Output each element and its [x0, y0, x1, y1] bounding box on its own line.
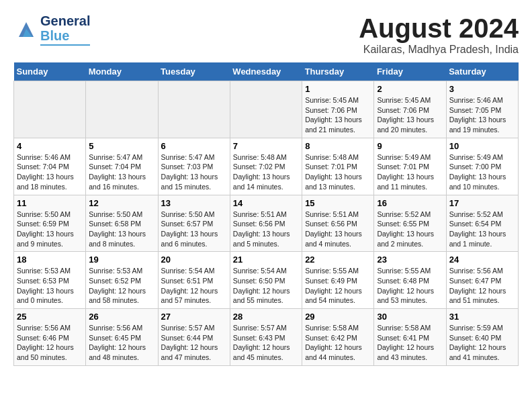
- day-info-line: Sunset: 6:48 PM: [377, 276, 443, 286]
- calendar-cell: 30Sunrise: 5:58 AMSunset: 6:41 PMDayligh…: [374, 309, 446, 366]
- day-info-line: Sunset: 6:40 PM: [449, 333, 515, 343]
- day-info-line: Sunset: 6:59 PM: [17, 219, 83, 229]
- day-number: 8: [305, 141, 371, 151]
- day-info-line: Sunset: 6:54 PM: [449, 219, 515, 229]
- weekday-header-tuesday: Tuesday: [158, 62, 230, 81]
- calendar-cell: [158, 81, 230, 138]
- day-info-line: and 6 minutes.: [161, 239, 227, 249]
- calendar-week-1: 1Sunrise: 5:45 AMSunset: 7:06 PMDaylight…: [14, 81, 519, 138]
- day-info-line: Sunrise: 5:53 AM: [89, 266, 154, 276]
- day-info-line: Sunrise: 5:57 AM: [233, 323, 299, 333]
- day-info-line: Sunrise: 5:59 AM: [449, 323, 515, 333]
- day-info-line: Sunrise: 5:52 AM: [377, 210, 443, 220]
- calendar-cell: 4Sunrise: 5:46 AMSunset: 7:04 PMDaylight…: [14, 138, 86, 195]
- day-info-line: Sunrise: 5:51 AM: [233, 210, 299, 220]
- day-info-line: Sunset: 6:47 PM: [449, 276, 515, 286]
- calendar-cell: 20Sunrise: 5:54 AMSunset: 6:51 PMDayligh…: [158, 252, 230, 309]
- day-info-line: and 14 minutes.: [233, 182, 299, 192]
- day-info-line: and 41 minutes.: [449, 353, 515, 363]
- day-info-line: Sunrise: 5:54 AM: [233, 266, 299, 276]
- weekday-header-friday: Friday: [374, 62, 446, 81]
- day-info-line: Sunrise: 5:49 AM: [377, 152, 443, 163]
- day-number: 13: [161, 198, 227, 208]
- day-info-line: Sunrise: 5:57 AM: [161, 323, 227, 333]
- calendar-cell: 8Sunrise: 5:48 AMSunset: 7:01 PMDaylight…: [302, 138, 374, 195]
- day-info-line: Sunset: 7:02 PM: [233, 162, 299, 172]
- day-info-line: Daylight: 13 hours: [233, 172, 299, 182]
- day-info-line: Daylight: 13 hours: [377, 115, 443, 125]
- weekday-header-monday: Monday: [86, 62, 158, 81]
- day-info-line: Sunset: 6:43 PM: [233, 333, 299, 343]
- day-number: 1: [305, 84, 371, 94]
- day-info-line: and 48 minutes.: [89, 353, 154, 363]
- day-info-line: and 45 minutes.: [233, 353, 299, 363]
- day-number: 19: [89, 255, 154, 265]
- calendar-table: SundayMondayTuesdayWednesdayThursdayFrid…: [13, 62, 519, 366]
- day-info-line: Sunset: 6:45 PM: [89, 333, 154, 343]
- day-info-line: and 43 minutes.: [377, 353, 443, 363]
- calendar-body: 1Sunrise: 5:45 AMSunset: 7:06 PMDaylight…: [14, 81, 519, 366]
- day-info-line: Sunset: 6:44 PM: [161, 333, 227, 343]
- day-info-line: Sunset: 6:55 PM: [377, 219, 443, 229]
- logo-text-general: General: [40, 13, 90, 28]
- day-info-line: Sunrise: 5:56 AM: [449, 266, 515, 276]
- calendar-cell: 31Sunrise: 5:59 AMSunset: 6:40 PMDayligh…: [446, 309, 518, 366]
- day-info-line: and 4 minutes.: [305, 239, 371, 249]
- calendar-week-5: 25Sunrise: 5:56 AMSunset: 6:46 PMDayligh…: [14, 309, 519, 366]
- day-info-line: Sunrise: 5:54 AM: [161, 266, 227, 276]
- day-number: 30: [377, 312, 443, 322]
- day-info-line: Daylight: 13 hours: [17, 172, 83, 182]
- day-info-line: Daylight: 12 hours: [17, 342, 83, 353]
- calendar-cell: [14, 81, 86, 138]
- calendar-cell: 19Sunrise: 5:53 AMSunset: 6:52 PMDayligh…: [86, 252, 158, 309]
- logo: General Blue: [13, 13, 90, 46]
- day-info-line: and 19 minutes.: [449, 125, 515, 135]
- day-info-line: Sunset: 6:41 PM: [377, 333, 443, 343]
- day-info-line: Sunrise: 5:50 AM: [161, 210, 227, 220]
- day-info-line: and 16 minutes.: [89, 182, 154, 192]
- calendar-cell: 23Sunrise: 5:55 AMSunset: 6:48 PMDayligh…: [374, 252, 446, 309]
- day-info-line: Sunrise: 5:50 AM: [89, 210, 154, 220]
- calendar-cell: 24Sunrise: 5:56 AMSunset: 6:47 PMDayligh…: [446, 252, 518, 309]
- day-number: 18: [17, 255, 83, 265]
- page-header: General Blue August 2024 Kailaras, Madhy…: [13, 13, 519, 56]
- day-number: 28: [233, 312, 299, 322]
- day-info-line: Sunset: 7:04 PM: [89, 162, 154, 172]
- calendar-cell: 16Sunrise: 5:52 AMSunset: 6:55 PMDayligh…: [374, 195, 446, 252]
- day-info-line: Daylight: 13 hours: [377, 229, 443, 239]
- month-title: August 2024: [359, 13, 519, 44]
- calendar-cell: 3Sunrise: 5:46 AMSunset: 7:05 PMDaylight…: [446, 81, 518, 138]
- day-info-line: Daylight: 13 hours: [161, 172, 227, 182]
- calendar-week-3: 11Sunrise: 5:50 AMSunset: 6:59 PMDayligh…: [14, 195, 519, 252]
- day-info-line: Sunset: 7:06 PM: [377, 105, 443, 116]
- day-info-line: Sunset: 6:42 PM: [305, 333, 371, 343]
- day-info-line: Sunrise: 5:53 AM: [17, 266, 83, 276]
- day-number: 10: [449, 141, 515, 151]
- day-info-line: and 20 minutes.: [377, 125, 443, 135]
- calendar-cell: 25Sunrise: 5:56 AMSunset: 6:46 PMDayligh…: [14, 309, 86, 366]
- day-info-line: Sunset: 6:51 PM: [161, 276, 227, 286]
- calendar-cell: 14Sunrise: 5:51 AMSunset: 6:56 PMDayligh…: [230, 195, 302, 252]
- day-info-line: and 44 minutes.: [305, 353, 371, 363]
- day-info-line: Daylight: 13 hours: [89, 229, 154, 239]
- calendar-header: SundayMondayTuesdayWednesdayThursdayFrid…: [14, 62, 519, 81]
- day-info-line: Daylight: 13 hours: [449, 229, 515, 239]
- calendar-cell: 2Sunrise: 5:45 AMSunset: 7:06 PMDaylight…: [374, 81, 446, 138]
- calendar-cell: 11Sunrise: 5:50 AMSunset: 6:59 PMDayligh…: [14, 195, 86, 252]
- day-info-line: and 21 minutes.: [305, 125, 371, 135]
- calendar-cell: 5Sunrise: 5:47 AMSunset: 7:04 PMDaylight…: [86, 138, 158, 195]
- day-info-line: Sunset: 6:57 PM: [161, 219, 227, 229]
- day-info-line: Sunrise: 5:48 AM: [233, 152, 299, 163]
- day-number: 4: [17, 141, 83, 151]
- day-info-line: Daylight: 13 hours: [449, 172, 515, 182]
- logo-text-blue: Blue: [40, 28, 90, 43]
- day-info-line: Sunrise: 5:51 AM: [305, 210, 371, 220]
- day-info-line: and 13 minutes.: [305, 182, 371, 192]
- day-info-line: Sunrise: 5:55 AM: [305, 266, 371, 276]
- day-info-line: Sunrise: 5:47 AM: [161, 152, 227, 163]
- weekday-header-row: SundayMondayTuesdayWednesdayThursdayFrid…: [14, 62, 519, 81]
- weekday-header-thursday: Thursday: [302, 62, 374, 81]
- day-info-line: Sunset: 7:05 PM: [449, 105, 515, 116]
- calendar-cell: 22Sunrise: 5:55 AMSunset: 6:49 PMDayligh…: [302, 252, 374, 309]
- calendar-cell: [230, 81, 302, 138]
